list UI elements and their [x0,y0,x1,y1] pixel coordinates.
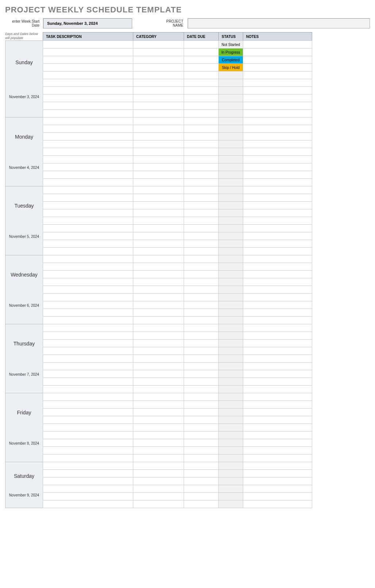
status-cell[interactable] [218,140,243,148]
status-cell[interactable] [218,194,243,202]
notes-cell[interactable] [243,500,312,508]
notes-cell[interactable] [243,309,312,317]
date-due-cell[interactable] [184,423,219,432]
category-cell[interactable] [133,155,184,163]
category-cell[interactable] [133,477,184,485]
date-due-cell[interactable] [184,439,219,447]
notes-cell[interactable] [243,163,312,171]
category-cell[interactable] [133,40,184,49]
category-cell[interactable] [133,270,184,278]
notes-cell[interactable] [243,255,312,263]
notes-cell[interactable] [243,117,312,125]
task-cell[interactable] [43,492,133,500]
status-cell[interactable] [218,270,243,278]
status-cell[interactable] [218,423,243,432]
notes-cell[interactable] [243,56,312,64]
task-cell[interactable] [43,500,133,508]
category-cell[interactable] [133,86,184,94]
category-cell[interactable] [133,255,184,263]
date-due-cell[interactable] [184,408,219,416]
date-due-cell[interactable] [184,117,219,125]
status-cell[interactable]: In Progress [218,48,243,56]
notes-cell[interactable] [243,263,312,271]
task-cell[interactable] [43,278,133,286]
notes-cell[interactable] [243,446,312,454]
notes-cell[interactable] [243,492,312,500]
category-cell[interactable] [133,56,184,64]
status-cell[interactable] [218,125,243,133]
task-cell[interactable] [43,370,133,378]
date-due-cell[interactable] [184,401,219,409]
notes-cell[interactable] [243,224,312,232]
task-cell[interactable] [43,347,133,355]
task-cell[interactable] [43,324,133,332]
date-due-cell[interactable] [184,477,219,485]
status-cell[interactable] [218,492,243,500]
category-cell[interactable] [133,79,184,87]
status-cell[interactable] [218,163,243,171]
task-cell[interactable] [43,293,133,301]
date-due-cell[interactable] [184,301,219,309]
status-cell[interactable] [218,485,243,493]
date-due-cell[interactable] [184,263,219,271]
task-cell[interactable] [43,339,133,347]
date-due-cell[interactable] [184,155,219,163]
task-cell[interactable] [43,247,133,255]
notes-cell[interactable] [243,385,312,393]
task-cell[interactable] [43,163,133,171]
status-cell[interactable] [218,362,243,370]
notes-cell[interactable] [243,171,312,179]
notes-cell[interactable] [243,316,312,324]
notes-cell[interactable] [243,94,312,102]
task-cell[interactable] [43,401,133,409]
status-cell[interactable] [218,255,243,263]
date-due-cell[interactable] [184,293,219,301]
notes-cell[interactable] [243,469,312,477]
notes-cell[interactable] [243,217,312,225]
status-cell[interactable] [218,393,243,401]
category-cell[interactable] [133,454,184,462]
task-cell[interactable] [43,301,133,309]
notes-cell[interactable] [243,232,312,240]
task-cell[interactable] [43,355,133,363]
category-cell[interactable] [133,309,184,317]
notes-cell[interactable] [243,40,312,49]
category-cell[interactable] [133,393,184,401]
task-cell[interactable] [43,148,133,156]
category-cell[interactable] [133,423,184,432]
date-due-cell[interactable] [184,370,219,378]
status-cell[interactable] [218,209,243,217]
date-due-cell[interactable] [184,446,219,454]
status-cell[interactable] [218,286,243,294]
notes-cell[interactable] [243,293,312,301]
task-cell[interactable] [43,56,133,64]
notes-cell[interactable] [243,355,312,363]
notes-cell[interactable] [243,247,312,255]
task-cell[interactable] [43,263,133,271]
notes-cell[interactable] [243,132,312,140]
date-due-cell[interactable] [184,140,219,148]
category-cell[interactable] [133,446,184,454]
status-cell[interactable] [218,240,243,248]
category-cell[interactable] [133,186,184,194]
category-cell[interactable] [133,355,184,363]
category-cell[interactable] [133,385,184,393]
category-cell[interactable] [133,492,184,500]
date-due-cell[interactable] [184,431,219,439]
status-cell[interactable] [218,339,243,347]
notes-cell[interactable] [243,477,312,485]
category-cell[interactable] [133,247,184,255]
start-date-input[interactable]: Sunday, November 3, 2024 [43,18,132,28]
status-cell[interactable] [218,324,243,332]
status-cell[interactable] [218,94,243,102]
date-due-cell[interactable] [184,48,219,56]
notes-cell[interactable] [243,270,312,278]
category-cell[interactable] [133,102,184,110]
task-cell[interactable] [43,109,133,117]
category-cell[interactable] [133,163,184,171]
task-cell[interactable] [43,469,133,477]
task-cell[interactable] [43,446,133,454]
task-cell[interactable] [43,332,133,340]
date-due-cell[interactable] [184,171,219,179]
status-cell[interactable] [218,263,243,271]
